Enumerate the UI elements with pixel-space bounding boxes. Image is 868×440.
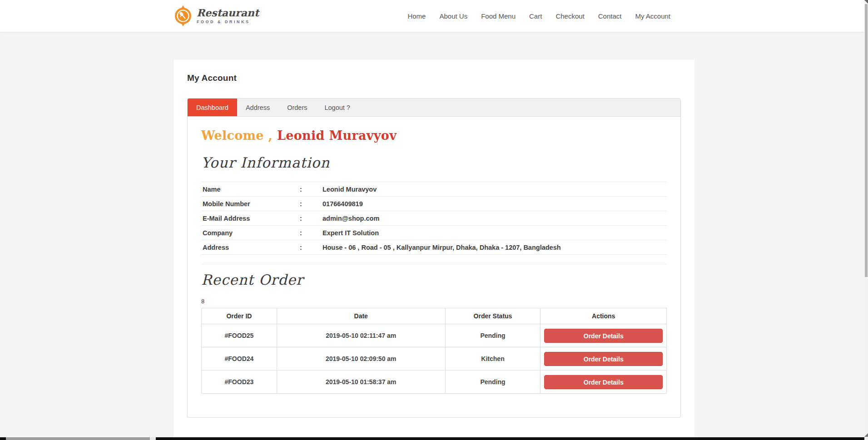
- nav-item-about-us[interactable]: About Us: [432, 9, 474, 24]
- account-card: My Account DashboardAddressOrdersLogout …: [174, 59, 694, 440]
- tab-dashboard[interactable]: Dashboard: [188, 99, 237, 116]
- info-separator: :: [300, 200, 322, 208]
- info-label: Company: [201, 229, 300, 237]
- vertical-scrollbar[interactable]: [864, 0, 868, 440]
- order-details-button[interactable]: Order Details: [544, 329, 663, 343]
- order-status-cell: Pending: [445, 371, 541, 394]
- order-id-cell: #FOOD23: [202, 371, 277, 394]
- order-actions-cell: Order Details: [541, 347, 667, 371]
- orders-column-order-status: Order Status: [445, 308, 541, 324]
- horizontal-scrollbar-thumb[interactable]: [6, 437, 150, 440]
- order-status-cell: Pending: [445, 324, 541, 347]
- info-value: Leonid Muravyov: [322, 186, 667, 193]
- user-info-list: Name:Leonid MuravyovMobile Number:017664…: [201, 182, 667, 255]
- orders-header-row: Order IDDateOrder StatusActions: [202, 308, 667, 324]
- info-value: admin@shop.com: [322, 215, 667, 222]
- orders-column-actions: Actions: [541, 308, 667, 324]
- brand-tagline: FOOD & DRINKS: [197, 20, 259, 24]
- info-label: Mobile Number: [201, 200, 300, 208]
- info-label: Name: [201, 186, 300, 193]
- orders-column-date: Date: [277, 308, 445, 324]
- account-tab-panel: DashboardAddressOrdersLogout ? Welcome ,…: [187, 98, 681, 418]
- orders-count: 8: [201, 298, 667, 305]
- restaurant-logo-icon: [174, 5, 193, 26]
- order-actions-cell: Order Details: [541, 371, 667, 394]
- info-row-mobile-number: Mobile Number:01766409819: [201, 197, 667, 211]
- order-date-cell: 2019-05-10 02:11:47 am: [277, 324, 445, 347]
- nav-item-checkout[interactable]: Checkout: [549, 9, 591, 24]
- info-row-name: Name:Leonid Muravyov: [201, 182, 667, 197]
- brand-name: Restaurant: [197, 8, 259, 18]
- info-value: 01766409819: [322, 200, 667, 208]
- orders-table: Order IDDateOrder StatusActions #FOOD252…: [201, 308, 667, 394]
- site-header: Restaurant FOOD & DRINKS HomeAbout UsFoo…: [0, 0, 868, 32]
- section-divider: [201, 264, 667, 264]
- info-row-e-mail-address: E-Mail Address:admin@shop.com: [201, 211, 667, 226]
- order-row-food25: #FOOD252019-05-10 02:11:47 amPendingOrde…: [202, 324, 667, 347]
- tab-address[interactable]: Address: [237, 99, 278, 116]
- info-row-address: Address:House - 06 , Road - 05 , Kallyan…: [201, 240, 667, 255]
- nav-item-food-menu[interactable]: Food Menu: [474, 9, 522, 24]
- info-separator: :: [300, 229, 322, 237]
- info-label: Address: [201, 244, 300, 251]
- order-actions-cell: Order Details: [541, 324, 667, 347]
- scroll-down-arrow-icon[interactable]: [864, 433, 868, 437]
- recent-order-heading: Recent Order: [201, 272, 667, 288]
- order-row-food24: #FOOD242019-05-10 02:09:50 amKitchenOrde…: [202, 347, 667, 371]
- brand-logo[interactable]: Restaurant FOOD & DRINKS: [174, 5, 259, 26]
- info-separator: :: [300, 186, 322, 193]
- orders-column-order-id: Order ID: [202, 308, 277, 324]
- tab-logout[interactable]: Logout ?: [316, 99, 358, 116]
- info-separator: :: [300, 215, 322, 222]
- scroll-up-arrow-icon[interactable]: [864, 0, 868, 4]
- order-details-button[interactable]: Order Details: [544, 352, 663, 366]
- tab-strip: DashboardAddressOrdersLogout ?: [188, 99, 680, 117]
- tab-orders[interactable]: Orders: [278, 99, 316, 116]
- nav-item-contact[interactable]: Contact: [591, 9, 629, 24]
- horizontal-scrollbar-gap: [150, 437, 156, 440]
- order-row-food23: #FOOD232019-05-10 01:58:37 amPendingOrde…: [202, 371, 667, 394]
- order-details-button[interactable]: Order Details: [544, 375, 663, 389]
- page-title: My Account: [187, 73, 681, 83]
- order-date-cell: 2019-05-10 01:58:37 am: [277, 371, 445, 394]
- welcome-prefix: Welcome ,: [201, 129, 273, 143]
- orders-table-head: Order IDDateOrder StatusActions: [202, 308, 667, 324]
- nav-item-cart[interactable]: Cart: [522, 9, 549, 24]
- nav-item-home[interactable]: Home: [401, 9, 432, 24]
- info-separator: :: [300, 244, 322, 251]
- info-row-company: Company:Expert IT Solution: [201, 226, 667, 240]
- vertical-scrollbar-thumb[interactable]: [865, 4, 868, 277]
- nav-item-my-account[interactable]: My Account: [628, 9, 677, 24]
- bottom-edge-strip: [0, 437, 864, 440]
- page: Restaurant FOOD & DRINKS HomeAbout UsFoo…: [0, 0, 868, 440]
- info-value: House - 06 , Road - 05 , Kallyanpur Mirp…: [322, 244, 667, 251]
- info-value: Expert IT Solution: [322, 229, 667, 237]
- welcome-heading: Welcome , Leonid Muravyov: [201, 129, 667, 143]
- order-date-cell: 2019-05-10 02:09:50 am: [277, 347, 445, 371]
- orders-table-body: #FOOD252019-05-10 02:11:47 amPendingOrde…: [202, 324, 667, 394]
- order-id-cell: #FOOD24: [202, 347, 277, 371]
- dashboard-tab-content: Welcome , Leonid Muravyov Your Informati…: [188, 117, 680, 394]
- order-status-cell: Kitchen: [445, 347, 541, 371]
- order-id-cell: #FOOD25: [202, 324, 277, 347]
- main-nav: HomeAbout UsFood MenuCartCheckoutContact…: [401, 9, 694, 24]
- welcome-user-name: Leonid Muravyov: [277, 129, 397, 143]
- info-label: E-Mail Address: [201, 215, 300, 222]
- your-information-heading: Your Information: [201, 154, 667, 171]
